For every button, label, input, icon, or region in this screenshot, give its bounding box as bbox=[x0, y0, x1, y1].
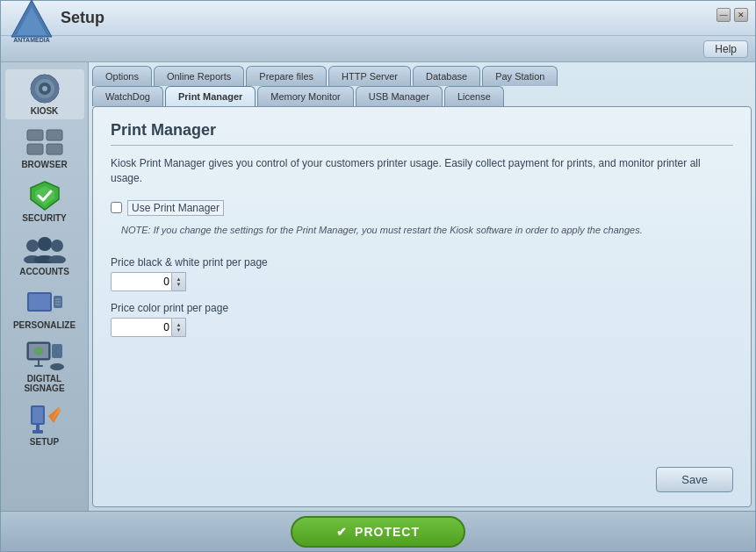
svg-point-14 bbox=[26, 240, 39, 252]
protect-button[interactable]: ✔ PROTECT bbox=[291, 516, 465, 548]
bw-price-input-row: ▲ ▼ bbox=[111, 272, 733, 291]
kiosk-icon-container bbox=[24, 73, 66, 104]
svg-rect-9 bbox=[47, 130, 62, 140]
svg-rect-21 bbox=[29, 294, 50, 310]
bw-price-field: Price black & white print per page ▲ ▼ bbox=[111, 256, 733, 291]
protect-label: PROTECT bbox=[355, 525, 420, 539]
note-text: NOTE: If you change the settings for the… bbox=[111, 225, 733, 235]
sidebar-item-setup[interactable]: SETUP bbox=[5, 400, 84, 450]
digital-signage-icon-container bbox=[24, 341, 66, 372]
panel-footer: Save bbox=[111, 453, 733, 492]
svg-point-30 bbox=[50, 363, 64, 370]
security-label: SECURITY bbox=[22, 213, 67, 223]
browser-icon-container bbox=[24, 126, 66, 158]
svg-text:ANTAMEDIA: ANTAMEDIA bbox=[13, 37, 49, 43]
bw-price-spinner[interactable]: ▲ ▼ bbox=[172, 272, 186, 291]
panel-title: Print Manager bbox=[111, 121, 733, 146]
svg-point-7 bbox=[42, 86, 47, 91]
tab-http-server[interactable]: HTTP Server bbox=[328, 66, 411, 86]
kiosk-label: KIOSK bbox=[31, 106, 59, 116]
setup-label: SETUP bbox=[30, 437, 59, 447]
tab-database[interactable]: Database bbox=[413, 66, 480, 86]
browser-label: BROWSER bbox=[21, 160, 67, 169]
setup-icon-container bbox=[24, 404, 66, 435]
minimize-button[interactable]: — bbox=[716, 8, 731, 22]
tab-online-reports[interactable]: Online Reports bbox=[154, 66, 244, 86]
sidebar: KIOSK BROWSER bbox=[1, 62, 89, 511]
sidebar-item-security[interactable]: SECURITY bbox=[5, 176, 84, 226]
close-button[interactable]: ✕ bbox=[734, 8, 748, 22]
protect-bar: ✔ PROTECT bbox=[1, 511, 755, 551]
tabs-row2: WatchDog Print Manager Memory Monitor US… bbox=[89, 86, 755, 106]
panel-description: Kiosk Print Manager gives you control of… bbox=[111, 156, 733, 186]
sidebar-item-personalize[interactable]: PERSONALIZE bbox=[5, 283, 84, 333]
accounts-label: ACCOUNTS bbox=[19, 267, 69, 276]
svg-rect-31 bbox=[38, 360, 40, 365]
svg-rect-29 bbox=[52, 344, 62, 358]
tab-options[interactable]: Options bbox=[92, 66, 152, 86]
main-window: ANTAMEDIA Setup — ✕ Help bbox=[0, 0, 756, 552]
help-button[interactable]: Help bbox=[703, 40, 748, 58]
sidebar-item-digital-signage[interactable]: DIGITAL SIGNAGE bbox=[5, 337, 84, 397]
personalize-label: PERSONALIZE bbox=[13, 320, 76, 330]
sidebar-item-browser[interactable]: BROWSER bbox=[5, 123, 84, 173]
save-button[interactable]: Save bbox=[656, 467, 733, 492]
svg-rect-10 bbox=[27, 144, 43, 154]
tab-usb-manager[interactable]: USB Manager bbox=[356, 86, 443, 106]
protect-checkmark-icon: ✔ bbox=[336, 525, 348, 539]
svg-rect-8 bbox=[27, 130, 43, 140]
svg-point-16 bbox=[51, 240, 63, 252]
tab-memory-monitor[interactable]: Memory Monitor bbox=[257, 86, 353, 106]
title-bar: ANTAMEDIA Setup — ✕ bbox=[1, 1, 755, 36]
window-title: Setup bbox=[61, 9, 104, 27]
tab-prepare-files[interactable]: Prepare files bbox=[246, 66, 327, 86]
main-panel: Print Manager Kiosk Print Manager gives … bbox=[92, 106, 752, 507]
security-icon-container bbox=[24, 180, 66, 211]
tab-watchdog[interactable]: WatchDog bbox=[92, 86, 163, 106]
content-area: Options Online Reports Prepare files HTT… bbox=[89, 62, 755, 511]
tab-pay-station[interactable]: Pay Station bbox=[482, 66, 558, 86]
color-price-input[interactable] bbox=[111, 318, 172, 337]
help-bar: Help bbox=[1, 36, 755, 62]
color-price-spinner[interactable]: ▲ ▼ bbox=[172, 318, 186, 337]
use-print-manager-row: Use Print Manager bbox=[111, 200, 733, 216]
bw-price-input[interactable] bbox=[111, 272, 172, 291]
color-price-input-row: ▲ ▼ bbox=[111, 318, 733, 337]
personalize-icon-container bbox=[24, 287, 66, 319]
bw-price-label: Price black & white print per page bbox=[111, 256, 733, 269]
tab-license[interactable]: License bbox=[444, 86, 504, 106]
antamedia-logo: ANTAMEDIA bbox=[8, 0, 52, 40]
svg-point-28 bbox=[34, 347, 43, 355]
color-price-label: Price color print per page bbox=[111, 302, 733, 314]
tab-print-manager[interactable]: Print Manager bbox=[165, 86, 256, 106]
color-spin-down-icon[interactable]: ▼ bbox=[176, 327, 182, 333]
digital-signage-label: DIGITAL SIGNAGE bbox=[7, 374, 83, 393]
svg-rect-34 bbox=[32, 407, 43, 423]
svg-rect-36 bbox=[32, 430, 43, 434]
svg-point-15 bbox=[38, 237, 52, 251]
use-print-manager-checkbox[interactable] bbox=[111, 202, 122, 213]
svg-rect-32 bbox=[34, 365, 43, 367]
main-layout: KIOSK BROWSER bbox=[1, 62, 755, 511]
use-print-manager-label[interactable]: Use Print Manager bbox=[127, 200, 224, 216]
sidebar-item-accounts[interactable]: ACCOUNTS bbox=[5, 230, 84, 280]
color-price-field: Price color print per page ▲ ▼ bbox=[111, 302, 733, 337]
sidebar-item-kiosk[interactable]: KIOSK bbox=[5, 69, 84, 119]
bw-spin-down-icon[interactable]: ▼ bbox=[176, 282, 182, 287]
svg-rect-11 bbox=[47, 144, 62, 154]
tabs-row1: Options Online Reports Prepare files HTT… bbox=[89, 62, 755, 86]
window-controls: — ✕ bbox=[716, 8, 748, 22]
accounts-icon-container bbox=[24, 233, 66, 265]
